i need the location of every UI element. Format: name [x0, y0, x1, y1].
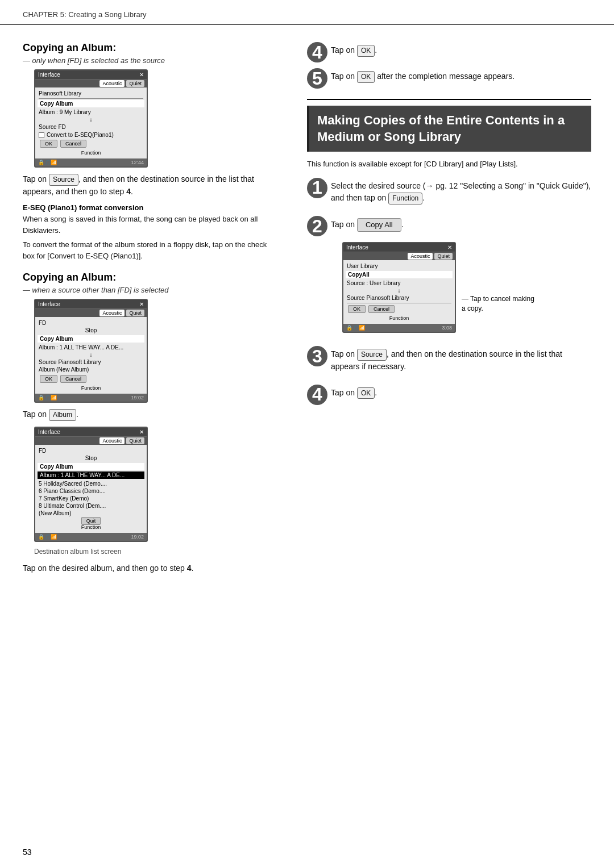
- step2-text: Tap on Copy All.: [331, 218, 591, 232]
- step3-content: Tap on Source, and then on the destinati…: [331, 346, 591, 378]
- screen2-tab-acoustic[interactable]: Acoustic: [99, 310, 125, 316]
- screen4-title: Interface: [346, 244, 368, 251]
- copying-album-other-section: Copying an Album: — when a source other …: [23, 272, 279, 574]
- step1-num: 1: [307, 178, 327, 198]
- screen3-new-album: (New Album): [39, 510, 143, 517]
- screen3-tabs: Acoustic Quiet: [35, 437, 147, 445]
- step4-bottom-row: 4 Tap on OK.: [307, 385, 591, 405]
- ok-btn-step4b: OK: [357, 387, 375, 399]
- screen1-buttons: OK Cancel: [40, 140, 142, 148]
- screen2-time: 19:02: [131, 395, 144, 400]
- screen3-footer: 🔒🎵📶 19:02: [35, 533, 147, 541]
- section1-para: Tap on Source, and then on the destinati…: [23, 173, 279, 198]
- screen4-menu: CopyAll: [346, 271, 453, 278]
- screen1: Interface ✕ Acoustic Quiet Pianosoft Lib…: [34, 69, 148, 168]
- copying-album-fd-section: Copying an Album: — only when [FD] is se…: [23, 42, 279, 261]
- left-column: Copying an Album: — only when [FD] is se…: [23, 42, 296, 581]
- screen2: Interface ✕ Acoustic Quiet FD Stop Copy …: [34, 299, 148, 403]
- screen3-tab-quiet[interactable]: Quiet: [126, 437, 144, 444]
- tap-album-para: Tap on Album.: [23, 408, 279, 421]
- screen4-tabs: Acoustic Quiet: [343, 252, 455, 260]
- ok-btn-step5: OK: [357, 71, 375, 83]
- screen1-tab-quiet[interactable]: Quiet: [126, 80, 144, 87]
- album-btn: Album: [49, 409, 76, 421]
- screen4-tab-quiet[interactable]: Quiet: [434, 253, 453, 260]
- screen1-checkbox: Convert to E-SEQ(Piano1): [39, 132, 143, 138]
- screen3-close: ✕: [139, 429, 144, 435]
- screen4-close: ✕: [447, 244, 452, 251]
- screen3-menu: Copy Album: [38, 463, 144, 470]
- screen1-title: Interface: [38, 72, 60, 78]
- screen4-buttons: OK Cancel: [348, 305, 450, 313]
- screen1-footer: 🔒🎵📶 12:44: [35, 158, 147, 166]
- screen2-buttons: OK Cancel: [40, 375, 142, 383]
- screen3-row2: 5 Holiday/Sacred (Demo....: [39, 480, 143, 487]
- step5-content: Tap on OK after the completion message a…: [331, 68, 591, 89]
- screen4-arrow: ↓: [347, 287, 451, 294]
- screen4: Interface ✕ Acoustic Quiet User Library …: [342, 242, 456, 333]
- section-divider: [307, 99, 591, 100]
- source-btn-step3: Source: [357, 349, 387, 361]
- screen3-function[interactable]: Function: [39, 524, 143, 531]
- screen4-tab-acoustic[interactable]: Acoustic: [408, 253, 433, 260]
- screen1-source: Source FD: [39, 123, 143, 131]
- screen4-body: User Library CopyAll Source : User Libra…: [343, 260, 455, 324]
- right-column: 4 Tap on OK. 5 Tap on OK after the compl…: [296, 42, 591, 581]
- screen2-tab-quiet[interactable]: Quiet: [126, 310, 144, 316]
- screen3-quit-btn[interactable]: Quit: [39, 517, 143, 524]
- step3-row: 3 Tap on Source, and then on the destina…: [307, 346, 591, 378]
- screen3-footer-icons: 🔒🎵📶: [38, 534, 57, 540]
- screen4-footer: 🔒🎵📶 3:08: [343, 324, 455, 332]
- main-content: Copying an Album: — only when [FD] is se…: [0, 25, 614, 598]
- screen2-body: FD Stop Copy Album Album : 1 ALL THE WAY…: [35, 317, 147, 394]
- screen2-fd: FD: [39, 319, 143, 327]
- screen2-function[interactable]: Function: [39, 385, 143, 391]
- screen3-row3: 6 Piano Classics (Demo....: [39, 487, 143, 495]
- screen4-source2: Source Pianosoft Library: [347, 294, 451, 302]
- screen1-titlebar: Interface ✕: [35, 70, 147, 80]
- screen4-wrapper: Interface ✕ Acoustic Quiet User Library …: [331, 237, 456, 340]
- screen1-ok-btn[interactable]: OK: [40, 140, 57, 148]
- step4-top-row: 4 Tap on OK.: [307, 42, 591, 62]
- screen1-menu: Copy Album: [38, 100, 144, 107]
- screen1-cancel-btn[interactable]: Cancel: [60, 140, 86, 148]
- step3-num: 3: [307, 346, 327, 366]
- screen2-arrow: ↓: [39, 351, 143, 358]
- screen4-function[interactable]: Function: [347, 315, 451, 322]
- screen4-time: 3:08: [442, 325, 452, 331]
- screen2-stop: Stop: [39, 327, 143, 334]
- screen2-cancel-btn[interactable]: Cancel: [60, 375, 86, 383]
- quit-btn[interactable]: Quit: [81, 517, 101, 525]
- screen2-ok-btn[interactable]: OK: [40, 375, 57, 383]
- function-btn-step1: Function: [388, 193, 422, 205]
- source-btn: Source: [49, 174, 78, 186]
- page-number: 53: [23, 848, 32, 857]
- screen4-cancel-btn[interactable]: Cancel: [368, 305, 395, 313]
- screen1-function[interactable]: Function: [39, 149, 143, 156]
- screen2-footer: 🔒🎵📶 19:02: [35, 394, 147, 402]
- screen4-ok-btn[interactable]: OK: [348, 305, 366, 313]
- screen2-tabs: Acoustic Quiet: [35, 309, 147, 317]
- step2-content: Tap on Copy All. Interface ✕ Acoustic Qu…: [331, 216, 591, 340]
- screen1-tab-acoustic[interactable]: Acoustic: [99, 80, 125, 87]
- screen3-tab-acoustic[interactable]: Acoustic: [99, 437, 125, 444]
- making-copies-title: Making Copies of the Entire Contents in …: [317, 112, 583, 145]
- section2-title: Copying an Album:: [23, 272, 279, 283]
- screen3: Interface ✕ Acoustic Quiet FD Stop Copy …: [34, 427, 148, 542]
- screen2-album: Album : 1 ALL THE WAY... A DE...: [39, 344, 143, 351]
- screen2-close: ✕: [139, 301, 144, 307]
- page-header: CHAPTER 5: Creating a Song Library: [0, 0, 614, 25]
- screen2-new-album: Album (New Album): [39, 366, 143, 373]
- copy-all-btn[interactable]: Copy All: [357, 218, 401, 232]
- screen3-stop: Stop: [39, 454, 143, 462]
- screen3-time: 19:02: [131, 534, 144, 540]
- screen1-body: Pianosoft Library Copy Album Album : 9 M…: [35, 87, 147, 158]
- bottom-para: Tap on the desired album, and then go to…: [23, 562, 279, 575]
- eseq-text1: When a song is saved in this format, the…: [23, 214, 279, 236]
- screen1-close: ✕: [139, 72, 144, 78]
- checkbox-icon: [39, 132, 44, 138]
- step1-text: Select the desired source (→ pg. 12 "Sel…: [331, 180, 591, 205]
- screen3-fd: FD: [39, 447, 143, 454]
- section1-title: Copying an Album:: [23, 42, 279, 54]
- screen4-library: User Library: [347, 262, 451, 270]
